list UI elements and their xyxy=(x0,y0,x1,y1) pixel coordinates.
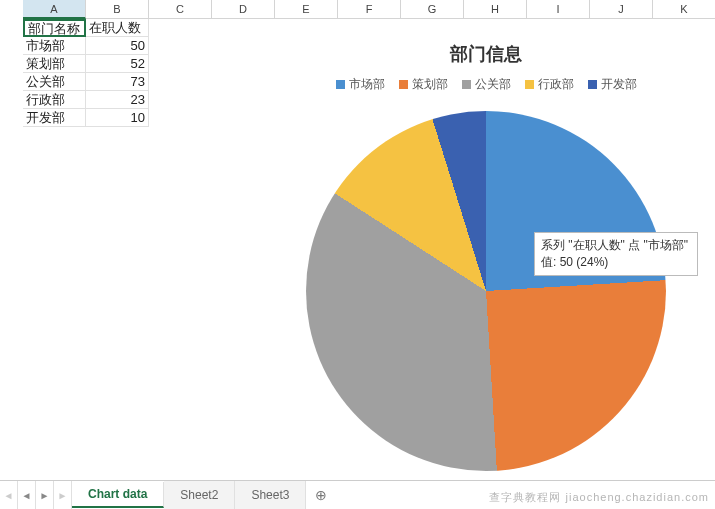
legend-label: 策划部 xyxy=(412,76,448,93)
legend-item[interactable]: 策划部 xyxy=(399,76,448,93)
cell-B4[interactable]: 73 xyxy=(86,73,149,91)
col-header-J[interactable]: J xyxy=(590,0,653,19)
tab-nav-prev-icon[interactable]: ◄ xyxy=(18,481,36,509)
cell-A6[interactable]: 开发部 xyxy=(23,109,86,127)
cell-B5[interactable]: 23 xyxy=(86,91,149,109)
tooltip-value-line: 值: 50 (24%) xyxy=(541,254,691,271)
cell-area[interactable]: 部门名称 在职人数 市场部50 策划部52 公关部73 行政部23 开发部10 xyxy=(23,19,149,127)
pie-plot-area[interactable] xyxy=(306,111,666,471)
data-point-tooltip: 系列 "在职人数" 点 "市场部" 值: 50 (24%) xyxy=(534,232,698,276)
watermark-text: 查字典教程网 jiaocheng.chazidian.com xyxy=(489,490,709,505)
legend-swatch-icon xyxy=(399,80,408,89)
col-header-A[interactable]: A xyxy=(23,0,86,19)
cell-B2[interactable]: 50 xyxy=(86,37,149,55)
col-header-H[interactable]: H xyxy=(464,0,527,19)
col-header-I[interactable]: I xyxy=(527,0,590,19)
col-header-K[interactable]: K xyxy=(653,0,715,19)
cell-A3[interactable]: 策划部 xyxy=(23,55,86,73)
tab-nav-first-icon[interactable]: ◄ xyxy=(0,481,18,509)
tooltip-series-line: 系列 "在职人数" 点 "市场部" xyxy=(541,237,691,254)
new-sheet-button[interactable]: ⊕ xyxy=(306,487,336,503)
legend-swatch-icon xyxy=(336,80,345,89)
legend-label: 行政部 xyxy=(538,76,574,93)
cell-A4[interactable]: 公关部 xyxy=(23,73,86,91)
chart-legend: 市场部 策划部 公关部 行政部 开发部 xyxy=(276,76,696,93)
sheet-tab-chart-data[interactable]: Chart data xyxy=(72,482,164,508)
legend-swatch-icon xyxy=(588,80,597,89)
legend-label: 公关部 xyxy=(475,76,511,93)
col-header-D[interactable]: D xyxy=(212,0,275,19)
chart-title: 部门信息 xyxy=(276,42,696,66)
col-header-F[interactable]: F xyxy=(338,0,401,19)
col-header-B[interactable]: B xyxy=(86,0,149,19)
cell-A5[interactable]: 行政部 xyxy=(23,91,86,109)
legend-item[interactable]: 开发部 xyxy=(588,76,637,93)
cell-A2[interactable]: 市场部 xyxy=(23,37,86,55)
cell-B3[interactable]: 52 xyxy=(86,55,149,73)
legend-label: 开发部 xyxy=(601,76,637,93)
cell-B1[interactable]: 在职人数 xyxy=(86,19,149,37)
col-header-C[interactable]: C xyxy=(149,0,212,19)
legend-label: 市场部 xyxy=(349,76,385,93)
legend-swatch-icon xyxy=(525,80,534,89)
tab-nav-next-icon[interactable]: ► xyxy=(36,481,54,509)
legend-item[interactable]: 行政部 xyxy=(525,76,574,93)
sheet-tab-sheet2[interactable]: Sheet2 xyxy=(164,481,235,509)
pie-slices[interactable] xyxy=(306,111,666,471)
cell-B6[interactable]: 10 xyxy=(86,109,149,127)
col-header-E[interactable]: E xyxy=(275,0,338,19)
tab-nav-last-icon[interactable]: ► xyxy=(54,481,72,509)
col-header-G[interactable]: G xyxy=(401,0,464,19)
column-headers: A B C D E F G H I J K xyxy=(23,0,715,19)
cell-A1[interactable]: 部门名称 xyxy=(23,19,86,37)
sheet-tab-sheet3[interactable]: Sheet3 xyxy=(235,481,306,509)
legend-item[interactable]: 市场部 xyxy=(336,76,385,93)
legend-swatch-icon xyxy=(462,80,471,89)
legend-item[interactable]: 公关部 xyxy=(462,76,511,93)
